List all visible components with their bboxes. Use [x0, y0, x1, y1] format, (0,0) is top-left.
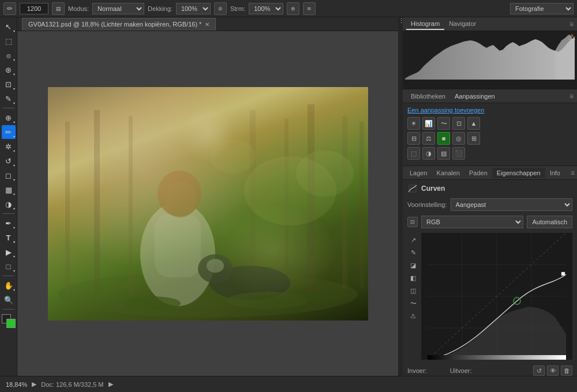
brightness-btn[interactable]: ☀ — [407, 117, 420, 130]
brush-mode-icon[interactable]: ✏ — [3, 2, 16, 15]
tab-lagen[interactable]: Lagen — [405, 168, 432, 178]
curve-graph[interactable] — [421, 233, 572, 360]
tab-info[interactable]: Info — [545, 168, 565, 178]
status-bar: 18,84% ▶ Doc: 126,6 M/332,5 M ▶ — [0, 376, 577, 392]
tab-bibliotheken[interactable]: Bibliotheken — [406, 91, 450, 101]
curve-action-btn2[interactable]: 👁 — [547, 365, 559, 376]
tab-eigenschappen[interactable]: Eigenschappen — [492, 168, 545, 178]
smoothing-icon[interactable]: ≋ — [303, 2, 316, 15]
move-tool-btn[interactable]: ↖▾ — [2, 20, 16, 33]
invoke-row: Invoer: Uitvoer: ↺ 👁 🗑 — [407, 365, 572, 376]
background-color[interactable] — [6, 319, 16, 328]
channel-icon[interactable]: ⊡ — [407, 217, 418, 227]
bottom-panel: Lagen Kanalen Paden Eigenschappen Info ≡ — [403, 166, 577, 376]
airbrush-icon[interactable]: ⊛ — [287, 2, 299, 15]
text-tool-btn[interactable]: T▾ — [2, 231, 16, 244]
bw-btn[interactable]: ■ — [437, 132, 450, 145]
brush-tool-btn[interactable]: ✏▾ — [2, 125, 16, 139]
pen-tool-btn[interactable]: ✒▾ — [2, 216, 16, 230]
svg-rect-2 — [94, 110, 100, 295]
modus-dropdown[interactable]: Normaal — [92, 3, 144, 14]
channelmixer-btn[interactable]: ⊞ — [467, 132, 480, 145]
tab-paden[interactable]: Paden — [464, 168, 492, 178]
invoke-btns: ↺ 👁 🗑 — [533, 365, 572, 376]
aanpassingen-link[interactable]: toevoegen — [455, 107, 484, 114]
rgb-row: ⊡ RGB Automatisch — [407, 216, 572, 228]
vibrance-btn[interactable]: ▲ — [467, 117, 480, 130]
levels-btn[interactable]: 📊 — [422, 117, 435, 130]
histogram-canvas — [405, 33, 575, 84]
svg-point-21 — [302, 292, 348, 303]
channel-dropdown[interactable]: RGB — [421, 216, 523, 228]
selection-tool-btn[interactable]: ⬚ — [2, 34, 16, 48]
svg-point-11 — [209, 139, 256, 174]
tab-navigator[interactable]: Navigator — [444, 18, 481, 30]
spot-heal-btn[interactable]: ⊕▾ — [2, 111, 16, 125]
properties-content: Curven Voorinstelling: Aangepast ⊡ RGB — [403, 180, 577, 376]
curves-btn[interactable]: 〜 — [437, 117, 450, 130]
tab-aanpassingen[interactable]: Aanpassingen — [450, 91, 500, 101]
threshold-btn[interactable]: ◑ — [422, 147, 435, 160]
aanpassingen-menu-btn[interactable]: ≡ — [569, 92, 574, 100]
properties-menu-btn[interactable]: ≡ — [571, 169, 575, 177]
zoom-tool-btn[interactable]: 🔍 — [2, 293, 16, 307]
brush-preset-icon[interactable]: ▤ — [52, 2, 65, 15]
exposure-btn[interactable]: ⊡ — [452, 117, 465, 130]
svg-rect-5 — [342, 116, 347, 289]
tab-kanalen[interactable]: Kanalen — [432, 168, 464, 178]
curve-black-point[interactable]: ◪ — [407, 259, 419, 271]
curve-action-btn3[interactable]: 🗑 — [561, 365, 572, 376]
canvas-image — [48, 87, 368, 321]
bottom-tabs: Lagen Kanalen Paden Eigenschappen Info ≡ — [403, 166, 577, 180]
posterize-btn[interactable]: ⬚ — [407, 147, 420, 160]
path-select-btn[interactable]: ▶▾ — [2, 245, 16, 259]
tab-close-btn[interactable]: ✕ — [205, 21, 209, 28]
color-picker[interactable] — [2, 314, 16, 328]
tab-histogram[interactable]: Histogram — [406, 18, 444, 30]
eyedropper-btn[interactable]: ✎▾ — [2, 92, 16, 105]
curve-hand-tool[interactable]: ↗ — [407, 234, 419, 246]
svg-rect-3 — [129, 116, 133, 295]
panel-drag-handle[interactable]: ⋮ — [398, 17, 403, 376]
voorinstelling-label: Voorinstelling: — [407, 201, 447, 208]
eraser-btn[interactable]: ◻▾ — [2, 168, 16, 182]
curven-label: Curven — [421, 184, 445, 193]
canvas-container[interactable] — [17, 31, 398, 376]
stroom-dropdown[interactable]: 100% — [249, 3, 283, 14]
pressure-icon[interactable]: ⊘ — [214, 2, 227, 15]
svg-rect-34 — [428, 355, 566, 360]
dekking-dropdown[interactable]: 100% — [176, 3, 211, 14]
workspace-dropdown[interactable]: Fotografie — [510, 3, 574, 14]
aanpassingen-body: Een aanpassing toevoegen ☀ 📊 〜 ⊡ ▲ ⊟ ⚖ — [403, 103, 577, 165]
husat-btn[interactable]: ⊟ — [407, 132, 420, 145]
curve-smooth[interactable]: 〜 — [407, 297, 419, 309]
clone-stamp-btn[interactable]: ✲▾ — [2, 140, 16, 153]
histogram-menu-btn[interactable]: ≡ — [569, 20, 574, 28]
quick-select-btn[interactable]: ⊛▾ — [2, 63, 16, 77]
curve-warning[interactable]: ⚠ — [407, 310, 419, 322]
shape-tool-btn[interactable]: □▾ — [2, 259, 16, 273]
curve-gray-point[interactable]: ◫ — [407, 285, 419, 296]
gradient-btn[interactable]: ▦▾ — [2, 183, 16, 197]
voorinstelling-dropdown[interactable]: Aangepast — [451, 198, 573, 211]
gradientmap-btn[interactable]: ▤ — [437, 147, 450, 160]
right-panel: Histogram Navigator ≡ ⚠ — [403, 17, 577, 376]
curve-action-btn1[interactable]: ↺ — [533, 365, 545, 376]
history-brush-btn[interactable]: ↺▾ — [2, 154, 16, 168]
crop-tool-btn[interactable]: ⊡▾ — [2, 77, 16, 91]
document-tab[interactable]: GV0A1321.psd @ 18,8% (Lichter maken kopi… — [22, 18, 216, 31]
hand-tool-btn[interactable]: ✋▾ — [2, 278, 16, 292]
photofilter-btn[interactable]: ◎ — [452, 132, 465, 145]
curve-point-tool[interactable]: ✎ — [407, 247, 419, 258]
automatisch-btn[interactable]: Automatisch — [527, 216, 572, 228]
svg-point-19 — [123, 296, 181, 310]
aanpassingen-icons-row2: ⊟ ⚖ ■ ◎ ⊞ — [407, 132, 572, 145]
selective-color-btn[interactable]: ⬛ — [452, 147, 465, 160]
document-tab-bar: GV0A1321.psd @ 18,8% (Lichter maken kopi… — [17, 17, 398, 31]
colorbal-btn[interactable]: ⚖ — [422, 132, 435, 145]
curve-white-point[interactable]: ◧ — [407, 272, 419, 284]
lasso-tool-btn[interactable]: ⌾▾ — [2, 48, 16, 62]
curve-svg — [421, 233, 572, 360]
brush-size-input[interactable] — [20, 3, 48, 14]
dodge-btn[interactable]: ◑▾ — [2, 197, 16, 211]
